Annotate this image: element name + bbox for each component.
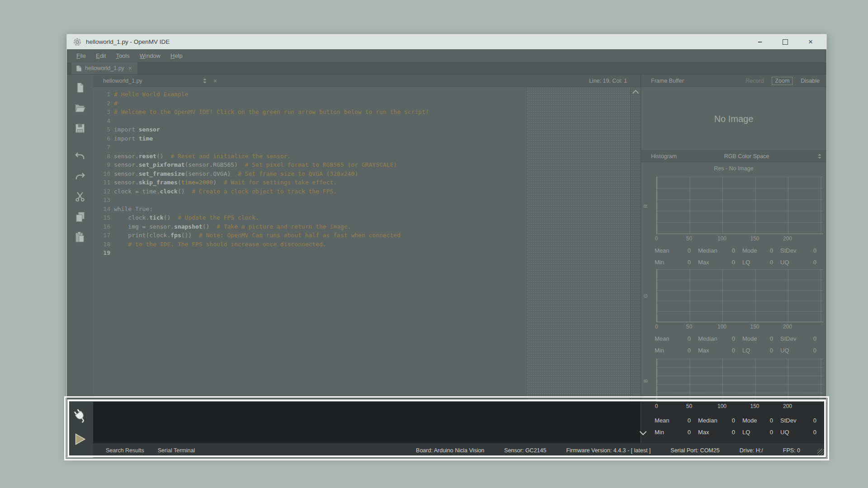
run-script-button[interactable] xyxy=(71,431,89,448)
stat-mean: Mean0 xyxy=(655,417,698,424)
stat-median: Median0 xyxy=(698,417,742,424)
stat-max: Max0 xyxy=(698,259,742,266)
menu-window[interactable]: Window xyxy=(136,51,165,61)
code-line: clock.tick() # Update the FPS clock. xyxy=(114,213,527,222)
serial-terminal-output[interactable] xyxy=(93,402,641,443)
stat-label: Median xyxy=(698,335,717,342)
tab-serial-terminal[interactable]: Serial Terminal xyxy=(158,447,195,454)
axis-tick-label: 100 xyxy=(717,324,726,330)
menu-tools[interactable]: Tools xyxy=(112,51,133,61)
menu-edit[interactable]: Edit xyxy=(92,51,110,61)
window-title: helloworld_1.py - OpenMV IDE xyxy=(86,38,170,45)
code-line: # to the IDE. The FPS should increase on… xyxy=(114,240,527,249)
stat-label: Min xyxy=(655,429,664,436)
code-line: sensor.reset() # Reset and initialize th… xyxy=(114,152,527,161)
code-segment: : xyxy=(149,206,153,212)
code-segment xyxy=(114,241,128,248)
color-space-selector[interactable]: RGB Color Space xyxy=(677,153,823,160)
code-line: clock = time.clock() # Create a clock ob… xyxy=(114,187,527,196)
tab-close-icon[interactable]: × xyxy=(127,65,133,72)
code-segment: () xyxy=(156,153,170,160)
close-icon[interactable]: × xyxy=(806,37,816,47)
line-number: 8 xyxy=(93,152,110,161)
stat-stdev: StDev0 xyxy=(780,417,824,424)
desktop: helloworld_1.py - OpenMV IDE – × FileEdi… xyxy=(0,0,868,488)
scroll-up-icon[interactable] xyxy=(632,90,639,96)
record-button[interactable]: Record xyxy=(743,77,766,85)
copy-icon[interactable] xyxy=(72,209,88,225)
code-segment: time=2000 xyxy=(181,179,213,186)
line-number: 9 xyxy=(93,160,110,169)
open-file-icon[interactable] xyxy=(72,100,88,116)
histogram-chart-r: R 050100150200 Mean0Median0Mode0StDev0 M… xyxy=(641,174,826,268)
document-close-icon[interactable]: × xyxy=(213,77,217,84)
code-segment xyxy=(135,135,139,142)
title-bar[interactable]: helloworld_1.py - OpenMV IDE – × xyxy=(67,34,826,49)
code-text[interactable]: # Hello World Example## Welcome to the O… xyxy=(114,87,527,402)
save-icon[interactable] xyxy=(72,121,88,136)
editor-scrollbar[interactable] xyxy=(630,87,641,402)
stat-label: UQ xyxy=(780,347,789,354)
histogram-b-stats: 050100150200 Mean0Median0Mode0StDev0 Min… xyxy=(641,402,826,443)
minimize-icon[interactable]: – xyxy=(755,37,765,47)
tab-helloworld[interactable]: helloworld_1.py × xyxy=(71,62,137,74)
code-segment: import xyxy=(114,126,135,133)
new-file-icon[interactable] xyxy=(72,80,88,95)
maximize-icon[interactable] xyxy=(780,37,790,47)
stat-value: 0 xyxy=(770,247,773,254)
code-segment: # Wait for settings take effect. xyxy=(224,179,337,186)
tab-search-results[interactable]: Search Results xyxy=(106,447,144,454)
line-number: 13 xyxy=(93,196,110,205)
paste-icon[interactable] xyxy=(72,230,88,245)
stat-value: 0 xyxy=(813,347,816,354)
disable-button[interactable]: Disable xyxy=(798,77,822,85)
stat-mode: Mode0 xyxy=(742,335,780,342)
play-icon xyxy=(73,432,87,446)
axis-tick-label: 200 xyxy=(783,235,792,242)
connect-button[interactable] xyxy=(71,407,89,424)
code-segment: skip_frames xyxy=(139,179,178,186)
stat-uq: UQ0 xyxy=(780,259,824,266)
axis-tick-label: 100 xyxy=(717,403,726,409)
line-number: 7 xyxy=(93,143,110,152)
no-image-placeholder: No Image xyxy=(714,114,754,124)
stat-uq: UQ0 xyxy=(780,347,824,354)
stat-value: 0 xyxy=(732,335,735,342)
code-segment: clock. xyxy=(114,214,149,221)
line-number: 15 xyxy=(93,213,110,222)
stat-min: Min0 xyxy=(655,347,698,354)
stat-label: UQ xyxy=(780,259,789,266)
code-segment: # Note: OpenMV Cam runs about half as fa… xyxy=(199,232,401,239)
stat-label: Mean xyxy=(655,247,670,254)
line-number: 18 xyxy=(93,240,110,249)
stat-label: UQ xyxy=(780,429,789,436)
zoom-button[interactable]: Zoom xyxy=(772,77,793,85)
stat-value: 0 xyxy=(813,247,816,254)
line-number: 10 xyxy=(93,169,110,178)
stat-value: 0 xyxy=(732,347,735,354)
histogram-chart-b: B 050100150200 Mean0Median0Mode0StDev0 M… xyxy=(641,356,826,443)
code-segment: # Hello World Example xyxy=(114,91,188,98)
menu-file[interactable]: File xyxy=(72,51,90,61)
code-segment: (sensor.RGB565) xyxy=(185,161,245,168)
line-number: 3 xyxy=(93,108,110,117)
undo-icon[interactable] xyxy=(72,148,88,164)
channel-label-g: G xyxy=(643,294,648,298)
stat-uq: UQ0 xyxy=(780,429,824,436)
code-segment: () xyxy=(203,223,217,230)
code-segment: tick xyxy=(149,214,163,221)
panel-collapse-chevron[interactable] xyxy=(639,428,647,436)
axis-tick-label: 0 xyxy=(655,403,658,409)
status-field: Firmware Version: 4.4.3 - [ latest ] xyxy=(566,447,651,454)
stat-max: Max0 xyxy=(698,347,742,354)
code-segment: (sensor.QVGA) xyxy=(185,170,238,177)
code-editor[interactable]: 12345678910111213141516171819 # Hello Wo… xyxy=(93,87,641,402)
code-line: # xyxy=(114,99,527,108)
cut-icon[interactable] xyxy=(72,189,88,204)
code-segment: reset xyxy=(139,153,156,160)
redo-icon[interactable] xyxy=(72,169,88,184)
stat-value: 0 xyxy=(770,335,773,342)
document-selector[interactable]: helloworld_1.py × xyxy=(103,77,217,84)
menu-help[interactable]: Help xyxy=(166,51,187,61)
resize-grip[interactable] xyxy=(817,449,825,456)
